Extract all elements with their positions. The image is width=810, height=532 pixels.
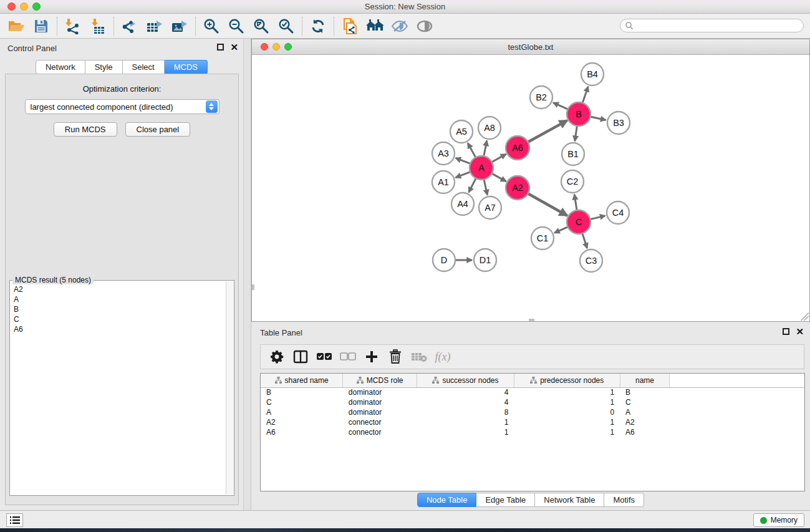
- zoom-in-icon[interactable]: [199, 16, 224, 37]
- float-table-panel-icon[interactable]: [783, 328, 789, 335]
- column-header-successor-nodes[interactable]: successor nodes: [417, 374, 514, 387]
- tab-mcds[interactable]: MCDS: [165, 60, 208, 74]
- close-panel-button[interactable]: Close panel: [125, 122, 191, 137]
- node-table[interactable]: shared nameMCDS rolesuccessor nodesprede…: [260, 373, 805, 491]
- network-canvas[interactable]: AA1A2A3A4A5A6A7A8BB1B2B3B4CC1C2C3C4DD1: [252, 55, 809, 321]
- delete-column-trash-icon[interactable]: [387, 347, 404, 366]
- resize-grip-icon[interactable]: [801, 312, 809, 321]
- result-list-scrollbar[interactable]: [226, 281, 233, 495]
- table-row[interactable]: Bdominator41B: [261, 387, 804, 397]
- mcds-result-item[interactable]: A6: [11, 324, 226, 334]
- edge-A-A8[interactable]: [484, 141, 487, 157]
- network-graph[interactable]: AA1A2A3A4A5A6A7A8BB1B2B3B4CC1C2C3C4DD1: [252, 55, 809, 321]
- search-input[interactable]: [636, 21, 803, 30]
- cell-successor-nodes[interactable]: 1: [417, 417, 514, 427]
- edge-A-A6[interactable]: [492, 154, 506, 162]
- home-icon[interactable]: [362, 16, 387, 37]
- mcds-result-item[interactable]: C: [11, 314, 226, 324]
- close-panel-icon[interactable]: ✕: [230, 44, 238, 51]
- cell-shared-name[interactable]: A2: [261, 417, 343, 427]
- mcds-result-list[interactable]: A2ABCA6: [11, 284, 226, 495]
- refresh-icon[interactable]: [306, 16, 330, 37]
- mcds-result-item[interactable]: B: [11, 304, 226, 314]
- edge-C-C3[interactable]: [582, 233, 587, 248]
- edge-A2-C[interactable]: [528, 193, 567, 215]
- cell-name[interactable]: C: [620, 397, 670, 407]
- column-header-predecessor-nodes[interactable]: predecessor nodes: [514, 374, 620, 387]
- frame-edge-handle[interactable]: [529, 319, 534, 321]
- edge-C-C2[interactable]: [574, 195, 577, 210]
- table-row[interactable]: A2connector11A2: [261, 417, 804, 427]
- cell-MCDS-role[interactable]: dominator: [343, 397, 417, 407]
- cell-MCDS-role[interactable]: dominator: [343, 407, 417, 417]
- tab-network-table[interactable]: Network Table: [535, 493, 604, 507]
- table-row[interactable]: Cdominator41C: [261, 397, 804, 407]
- settings-gear-icon[interactable]: [268, 347, 286, 366]
- cell-MCDS-role[interactable]: connector: [343, 417, 417, 427]
- memory-button[interactable]: Memory: [753, 513, 804, 527]
- search-field[interactable]: [620, 19, 804, 32]
- zoom-selected-icon[interactable]: [274, 16, 299, 37]
- edge-A6-B[interactable]: [528, 120, 567, 142]
- cell-predecessor-nodes[interactable]: 1: [514, 417, 620, 427]
- import-table-icon[interactable]: [85, 16, 110, 37]
- cell-shared-name[interactable]: A: [261, 407, 343, 417]
- hide-panels-eye-icon[interactable]: [387, 16, 412, 37]
- tab-edge-table[interactable]: Edge Table: [476, 493, 535, 507]
- edge-B-B3[interactable]: [591, 117, 606, 120]
- edge-C-C4[interactable]: [590, 216, 605, 220]
- edge-A-A5[interactable]: [468, 143, 476, 157]
- table-row[interactable]: A6connector11A6: [261, 427, 804, 437]
- column-header-name[interactable]: name: [620, 374, 670, 387]
- edge-B-B4[interactable]: [582, 87, 588, 103]
- cell-name[interactable]: B: [620, 387, 670, 397]
- tab-motifs[interactable]: Motifs: [604, 493, 644, 507]
- clone-network-icon[interactable]: [337, 16, 362, 37]
- network-window-titlebar[interactable]: testGlobe.txt: [252, 39, 809, 55]
- add-column-icon[interactable]: [363, 347, 380, 366]
- open-session-icon[interactable]: [4, 16, 29, 37]
- tab-select[interactable]: Select: [123, 60, 165, 74]
- edge-C-C1[interactable]: [554, 227, 567, 233]
- mcds-result-item[interactable]: A: [11, 294, 226, 304]
- cell-name[interactable]: A6: [620, 427, 670, 437]
- frame-edge-handle[interactable]: [252, 284, 254, 290]
- tab-node-table[interactable]: Node Table: [417, 493, 477, 507]
- column-view-icon[interactable]: [292, 347, 309, 366]
- cell-predecessor-nodes[interactable]: 1: [514, 427, 620, 437]
- task-history-button[interactable]: [6, 513, 23, 527]
- edge-A-A2[interactable]: [492, 173, 506, 181]
- edge-A-A3[interactable]: [456, 158, 471, 163]
- cell-MCDS-role[interactable]: connector: [343, 427, 417, 437]
- run-mcds-button[interactable]: Run MCDS: [54, 122, 117, 137]
- tab-style[interactable]: Style: [85, 60, 123, 74]
- cell-MCDS-role[interactable]: dominator: [343, 387, 417, 397]
- close-table-panel-icon[interactable]: ✕: [796, 328, 804, 335]
- zoom-fit-icon[interactable]: [249, 16, 274, 37]
- export-table-icon[interactable]: [142, 16, 167, 37]
- cell-predecessor-nodes[interactable]: 1: [514, 387, 620, 397]
- cell-successor-nodes[interactable]: 4: [417, 397, 514, 407]
- select-all-columns-icon[interactable]: [316, 347, 333, 366]
- panel-divider[interactable]: [243, 39, 251, 510]
- float-panel-icon[interactable]: [217, 44, 224, 51]
- table-row[interactable]: Adominator80A: [261, 407, 804, 417]
- export-image-icon[interactable]: [167, 16, 192, 37]
- zoom-out-icon[interactable]: [224, 16, 249, 37]
- cell-successor-nodes[interactable]: 1: [417, 427, 514, 437]
- tab-network[interactable]: Network: [36, 60, 85, 74]
- cell-shared-name[interactable]: B: [261, 387, 343, 397]
- export-network-icon[interactable]: [117, 16, 142, 37]
- cell-successor-nodes[interactable]: 4: [417, 387, 514, 397]
- edge-B-B1[interactable]: [575, 126, 577, 141]
- mcds-result-item[interactable]: A2: [11, 284, 226, 294]
- cell-predecessor-nodes[interactable]: 1: [514, 397, 620, 407]
- edge-A-A7[interactable]: [484, 180, 487, 195]
- column-header-MCDS-role[interactable]: MCDS role: [343, 374, 417, 387]
- column-header-shared-name[interactable]: shared name: [261, 374, 343, 387]
- deselect-all-columns-icon[interactable]: [339, 347, 357, 366]
- edge-A-A1[interactable]: [456, 172, 471, 178]
- cell-predecessor-nodes[interactable]: 0: [514, 407, 620, 417]
- import-network-icon[interactable]: [60, 16, 85, 37]
- save-session-icon[interactable]: [29, 16, 54, 37]
